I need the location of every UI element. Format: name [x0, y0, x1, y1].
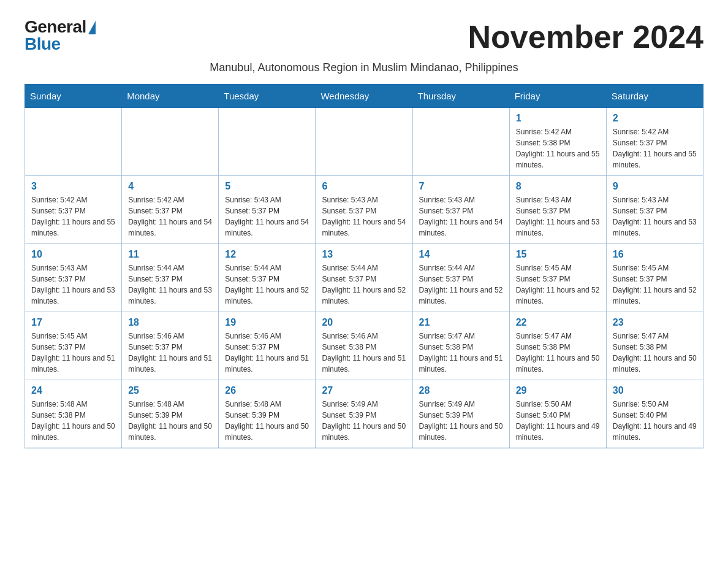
day-info: Sunrise: 5:46 AMSunset: 5:37 PMDaylight:… [225, 331, 309, 375]
calendar-cell: 20Sunrise: 5:46 AMSunset: 5:38 PMDayligh… [316, 312, 412, 380]
day-number: 21 [419, 317, 503, 328]
calendar-cell: 13Sunrise: 5:44 AMSunset: 5:37 PMDayligh… [316, 244, 412, 312]
calendar-header-row: SundayMondayTuesdayWednesdayThursdayFrid… [25, 85, 703, 108]
calendar-cell [122, 108, 219, 176]
day-number: 14 [419, 249, 503, 260]
day-number: 24 [31, 385, 115, 396]
calendar-cell [316, 108, 412, 176]
day-number: 15 [516, 249, 600, 260]
calendar-header-tuesday: Tuesday [219, 85, 316, 108]
day-info: Sunrise: 5:43 AMSunset: 5:37 PMDaylight:… [31, 262, 115, 307]
day-number: 5 [225, 181, 309, 192]
logo-general: General [25, 18, 86, 36]
calendar-cell: 26Sunrise: 5:48 AMSunset: 5:39 PMDayligh… [219, 380, 316, 448]
day-number: 29 [516, 385, 600, 396]
calendar-cell: 3Sunrise: 5:42 AMSunset: 5:37 PMDaylight… [25, 176, 122, 244]
day-number: 19 [225, 317, 309, 328]
day-number: 10 [31, 249, 115, 260]
calendar: SundayMondayTuesdayWednesdayThursdayFrid… [25, 84, 703, 448]
day-number: 1 [516, 113, 600, 124]
day-info: Sunrise: 5:43 AMSunset: 5:37 PMDaylight:… [419, 194, 503, 239]
calendar-cell: 14Sunrise: 5:44 AMSunset: 5:37 PMDayligh… [412, 244, 509, 312]
calendar-cell: 18Sunrise: 5:46 AMSunset: 5:37 PMDayligh… [122, 312, 219, 380]
day-number: 8 [516, 181, 600, 192]
calendar-cell: 23Sunrise: 5:47 AMSunset: 5:38 PMDayligh… [606, 312, 703, 380]
day-info: Sunrise: 5:45 AMSunset: 5:37 PMDaylight:… [613, 262, 697, 307]
day-number: 11 [128, 249, 212, 260]
calendar-header-friday: Friday [509, 85, 606, 108]
calendar-cell: 8Sunrise: 5:43 AMSunset: 5:37 PMDaylight… [509, 176, 606, 244]
day-info: Sunrise: 5:49 AMSunset: 5:39 PMDaylight:… [419, 399, 503, 443]
day-info: Sunrise: 5:50 AMSunset: 5:40 PMDaylight:… [516, 399, 600, 443]
day-number: 30 [613, 385, 697, 396]
calendar-week-row: 3Sunrise: 5:42 AMSunset: 5:37 PMDaylight… [25, 176, 703, 244]
day-number: 6 [322, 181, 406, 192]
day-info: Sunrise: 5:44 AMSunset: 5:37 PMDaylight:… [322, 262, 406, 307]
day-info: Sunrise: 5:44 AMSunset: 5:37 PMDaylight:… [128, 262, 212, 307]
day-info: Sunrise: 5:46 AMSunset: 5:37 PMDaylight:… [128, 331, 212, 375]
calendar-header-thursday: Thursday [412, 85, 509, 108]
day-info: Sunrise: 5:43 AMSunset: 5:37 PMDaylight:… [516, 194, 600, 239]
day-number: 3 [31, 181, 115, 192]
day-info: Sunrise: 5:45 AMSunset: 5:37 PMDaylight:… [31, 331, 115, 375]
calendar-cell: 22Sunrise: 5:47 AMSunset: 5:38 PMDayligh… [509, 312, 606, 380]
calendar-header-saturday: Saturday [606, 85, 703, 108]
calendar-cell: 7Sunrise: 5:43 AMSunset: 5:37 PMDaylight… [412, 176, 509, 244]
calendar-cell: 28Sunrise: 5:49 AMSunset: 5:39 PMDayligh… [412, 380, 509, 448]
logo: General Blue [25, 18, 96, 53]
day-info: Sunrise: 5:42 AMSunset: 5:38 PMDaylight:… [516, 126, 600, 170]
day-info: Sunrise: 5:48 AMSunset: 5:39 PMDaylight:… [225, 399, 309, 443]
day-info: Sunrise: 5:42 AMSunset: 5:37 PMDaylight:… [613, 126, 697, 170]
day-number: 26 [225, 385, 309, 396]
calendar-cell: 27Sunrise: 5:49 AMSunset: 5:39 PMDayligh… [316, 380, 412, 448]
day-info: Sunrise: 5:42 AMSunset: 5:37 PMDaylight:… [128, 194, 212, 239]
day-number: 18 [128, 317, 212, 328]
day-number: 20 [322, 317, 406, 328]
calendar-cell [219, 108, 316, 176]
calendar-cell [25, 108, 122, 176]
calendar-cell: 24Sunrise: 5:48 AMSunset: 5:38 PMDayligh… [25, 380, 122, 448]
subtitle: Manubul, Autonomous Region in Muslim Min… [25, 61, 703, 74]
day-info: Sunrise: 5:43 AMSunset: 5:37 PMDaylight:… [613, 194, 697, 239]
calendar-cell: 25Sunrise: 5:48 AMSunset: 5:39 PMDayligh… [122, 380, 219, 448]
calendar-cell: 30Sunrise: 5:50 AMSunset: 5:40 PMDayligh… [606, 380, 703, 448]
day-number: 25 [128, 385, 212, 396]
calendar-cell: 6Sunrise: 5:43 AMSunset: 5:37 PMDaylight… [316, 176, 412, 244]
day-info: Sunrise: 5:44 AMSunset: 5:37 PMDaylight:… [225, 262, 309, 307]
calendar-header-wednesday: Wednesday [316, 85, 412, 108]
logo-blue: Blue [25, 36, 61, 53]
day-info: Sunrise: 5:48 AMSunset: 5:39 PMDaylight:… [128, 399, 212, 443]
calendar-week-row: 17Sunrise: 5:45 AMSunset: 5:37 PMDayligh… [25, 312, 703, 380]
calendar-cell: 17Sunrise: 5:45 AMSunset: 5:37 PMDayligh… [25, 312, 122, 380]
day-number: 13 [322, 249, 406, 260]
header: General Blue November 2024 [25, 18, 703, 55]
calendar-cell: 2Sunrise: 5:42 AMSunset: 5:37 PMDaylight… [606, 108, 703, 176]
day-number: 12 [225, 249, 309, 260]
day-number: 22 [516, 317, 600, 328]
calendar-cell [412, 108, 509, 176]
calendar-cell: 10Sunrise: 5:43 AMSunset: 5:37 PMDayligh… [25, 244, 122, 312]
calendar-header-monday: Monday [122, 85, 219, 108]
day-info: Sunrise: 5:48 AMSunset: 5:38 PMDaylight:… [31, 399, 115, 443]
day-info: Sunrise: 5:49 AMSunset: 5:39 PMDaylight:… [322, 399, 406, 443]
day-info: Sunrise: 5:50 AMSunset: 5:40 PMDaylight:… [613, 399, 697, 443]
calendar-week-row: 10Sunrise: 5:43 AMSunset: 5:37 PMDayligh… [25, 244, 703, 312]
calendar-week-row: 24Sunrise: 5:48 AMSunset: 5:38 PMDayligh… [25, 380, 703, 448]
calendar-cell: 9Sunrise: 5:43 AMSunset: 5:37 PMDaylight… [606, 176, 703, 244]
calendar-cell: 12Sunrise: 5:44 AMSunset: 5:37 PMDayligh… [219, 244, 316, 312]
calendar-header-sunday: Sunday [25, 85, 122, 108]
day-number: 9 [613, 181, 697, 192]
page-title: November 2024 [468, 18, 703, 55]
calendar-cell: 11Sunrise: 5:44 AMSunset: 5:37 PMDayligh… [122, 244, 219, 312]
day-number: 17 [31, 317, 115, 328]
calendar-cell: 1Sunrise: 5:42 AMSunset: 5:38 PMDaylight… [509, 108, 606, 176]
day-number: 27 [322, 385, 406, 396]
calendar-cell: 29Sunrise: 5:50 AMSunset: 5:40 PMDayligh… [509, 380, 606, 448]
day-number: 4 [128, 181, 212, 192]
logo-triangle-icon [88, 21, 96, 34]
day-info: Sunrise: 5:47 AMSunset: 5:38 PMDaylight:… [516, 331, 600, 375]
day-info: Sunrise: 5:44 AMSunset: 5:37 PMDaylight:… [419, 262, 503, 307]
day-number: 28 [419, 385, 503, 396]
calendar-cell: 21Sunrise: 5:47 AMSunset: 5:38 PMDayligh… [412, 312, 509, 380]
calendar-cell: 4Sunrise: 5:42 AMSunset: 5:37 PMDaylight… [122, 176, 219, 244]
